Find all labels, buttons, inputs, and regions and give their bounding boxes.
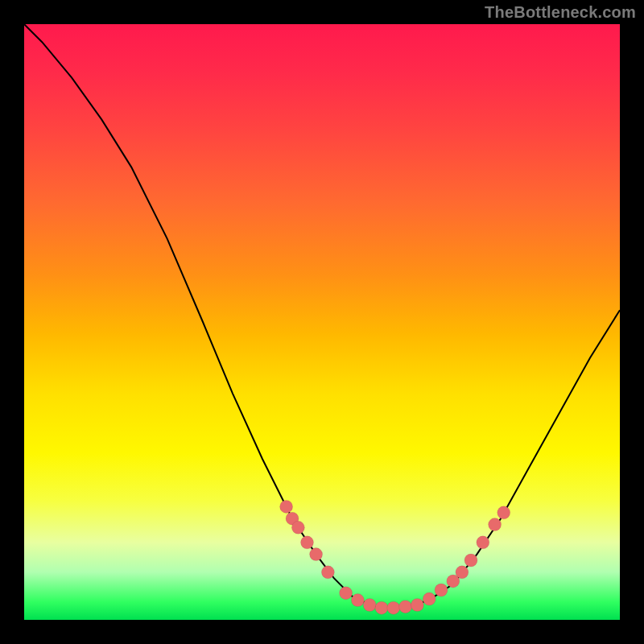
data-marker <box>340 587 353 600</box>
bottleneck-curve <box>24 24 620 608</box>
data-marker <box>477 536 489 549</box>
data-marker <box>423 592 436 605</box>
data-marker <box>280 500 293 513</box>
chart-svg <box>24 24 620 620</box>
data-marker <box>351 594 364 607</box>
data-marker <box>310 548 323 561</box>
data-marker <box>435 584 448 597</box>
data-marker <box>399 601 412 613</box>
data-marker <box>375 601 388 614</box>
data-marker <box>489 518 502 531</box>
data-marker <box>387 601 400 614</box>
data-markers <box>280 500 510 614</box>
data-marker <box>301 536 314 549</box>
data-marker <box>456 566 469 579</box>
data-marker <box>411 599 423 612</box>
data-marker <box>321 566 334 579</box>
data-marker <box>291 521 304 534</box>
data-marker <box>497 506 510 519</box>
attribution-text: TheBottleneck.com <box>485 3 636 22</box>
data-marker <box>363 599 376 612</box>
chart-container: TheBottleneck.com <box>0 0 644 644</box>
data-marker <box>464 554 477 567</box>
